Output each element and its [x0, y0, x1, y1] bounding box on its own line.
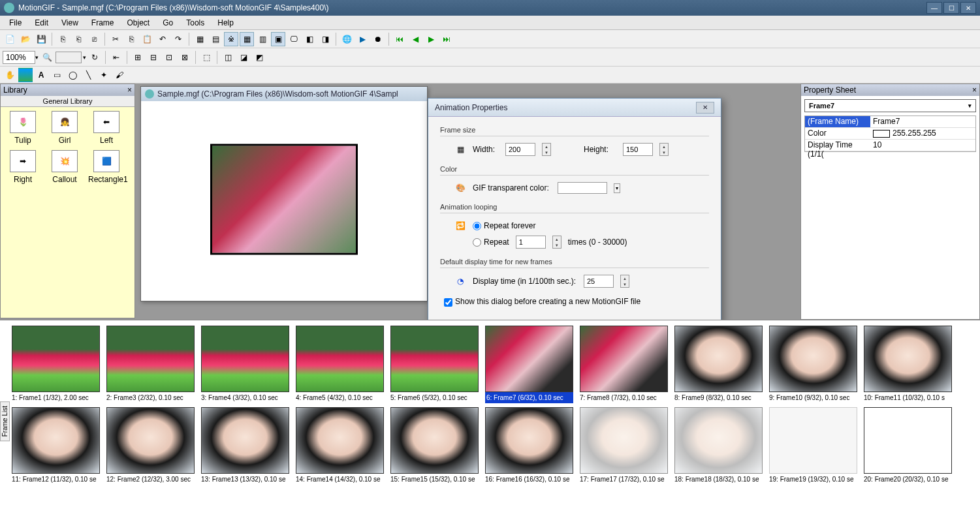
- frame-thumbnail[interactable]: 10: Frame11 (10/32), 0.10 s: [864, 326, 952, 403]
- prev-button[interactable]: ◀: [408, 32, 422, 46]
- align4-button[interactable]: ⊡: [162, 50, 176, 65]
- transparent-color-well[interactable]: [558, 182, 607, 194]
- align3-button[interactable]: ⊟: [146, 50, 161, 65]
- library-tab-general[interactable]: General Library: [1, 96, 134, 107]
- opt1-button[interactable]: ◧: [302, 32, 317, 46]
- save-button[interactable]: 💾: [34, 32, 48, 46]
- grid2-button[interactable]: ▤: [208, 32, 223, 46]
- frame-thumbnail[interactable]: 15: Frame15 (15/32), 0.10 se: [390, 407, 479, 483]
- color-swatch[interactable]: [55, 52, 82, 63]
- property-object-dropdown[interactable]: Frame7: [804, 99, 976, 112]
- close-button[interactable]: ✕: [960, 2, 976, 14]
- group-button[interactable]: ⬚: [199, 50, 213, 65]
- view4-button[interactable]: ▣: [271, 32, 285, 46]
- frame-list-tab[interactable]: Frame List: [0, 401, 10, 441]
- frame-thumbnail[interactable]: 20: Frame20 (20/32), 0.10 se: [864, 407, 952, 483]
- frame-thumbnail[interactable]: 18: Frame18 (18/32), 0.10 se: [674, 407, 763, 483]
- frame-thumbnail[interactable]: 7: Frame8 (7/32), 0.10 sec: [580, 326, 668, 403]
- new-button[interactable]: 📄: [3, 32, 17, 46]
- view3-button[interactable]: ▥: [255, 32, 270, 46]
- hand-tool[interactable]: ✋: [3, 68, 17, 82]
- copy-button[interactable]: ⎘: [124, 32, 138, 46]
- arrange1-button[interactable]: ◫: [221, 50, 235, 65]
- line-tool[interactable]: ╲: [81, 68, 95, 82]
- align2-button[interactable]: ⊞: [131, 50, 145, 65]
- view2-button[interactable]: ▦: [240, 32, 254, 46]
- brush-tool[interactable]: 🖌: [112, 68, 127, 82]
- export2-button[interactable]: ⎚: [87, 32, 101, 46]
- show-dialog-checkbox[interactable]: Show this dialog before creating a new M…: [440, 297, 709, 307]
- zoom-input[interactable]: [3, 51, 35, 64]
- menu-edit[interactable]: Edit: [28, 17, 55, 29]
- frame-thumbnail[interactable]: 4: Frame5 (4/32), 0.10 sec: [296, 326, 384, 403]
- menu-help[interactable]: Help: [211, 17, 240, 29]
- library-item-left[interactable]: ⬅Left: [88, 111, 125, 145]
- image-tool[interactable]: [18, 68, 33, 82]
- dialog-close-button[interactable]: ✕: [696, 102, 714, 114]
- frame-thumbnail[interactable]: 8: Frame9 (8/32), 0.10 sec: [674, 326, 763, 403]
- frame-thumbnail[interactable]: 17: Frame17 (17/32), 0.10 se: [580, 407, 668, 483]
- library-item-callout[interactable]: 💥Callout: [46, 150, 83, 184]
- frame-thumbnail[interactable]: 1: Frame1 (1/32), 2.00 sec: [12, 326, 100, 403]
- menu-view[interactable]: View: [55, 17, 85, 29]
- menu-frame[interactable]: Frame: [85, 17, 121, 29]
- frame-thumbnail[interactable]: 9: Frame10 (9/32), 0.10 sec: [769, 326, 857, 403]
- grid1-button[interactable]: ▦: [193, 32, 207, 46]
- menu-tools[interactable]: Tools: [180, 17, 211, 29]
- minimize-button[interactable]: —: [926, 2, 942, 14]
- display-time-input[interactable]: [584, 275, 614, 288]
- frame-thumbnail[interactable]: 6: Frame7 (6/32), 0.10 sec: [485, 326, 573, 403]
- frame-thumbnail[interactable]: 16: Frame16 (16/32), 0.10 se: [485, 407, 573, 483]
- height-spinner[interactable]: ▲▼: [659, 143, 669, 156]
- menu-file[interactable]: File: [3, 17, 28, 29]
- menu-go[interactable]: Go: [156, 17, 180, 29]
- property-row[interactable]: Display Time (1/1(10: [805, 140, 975, 151]
- frame-thumbnail[interactable]: 12: Frame2 (12/32), 3.00 sec: [106, 407, 195, 483]
- arrange3-button[interactable]: ◩: [252, 50, 266, 65]
- rect-tool[interactable]: ▭: [50, 68, 64, 82]
- import-button[interactable]: ⎘: [55, 32, 70, 46]
- cut-button[interactable]: ✂: [108, 32, 123, 46]
- last-button[interactable]: ⏭: [439, 32, 454, 46]
- first-button[interactable]: ⏮: [392, 32, 407, 46]
- property-row[interactable]: (Frame Name)Frame7: [805, 116, 975, 128]
- property-row[interactable]: Color255.255.255: [805, 128, 975, 140]
- repeat-count-input[interactable]: [516, 236, 546, 249]
- star-tool[interactable]: ✦: [97, 68, 111, 82]
- repeat-forever-radio[interactable]: Repeat forever: [473, 221, 535, 230]
- frame-thumbnail[interactable]: 11: Frame12 (11/32), 0.10 se: [12, 407, 100, 483]
- frame-thumbnail[interactable]: 13: Frame13 (13/32), 0.10 se: [201, 407, 289, 483]
- canvas[interactable]: [210, 144, 358, 255]
- width-spinner[interactable]: ▲▼: [542, 143, 551, 156]
- library-item-rectangle1[interactable]: 🟦Rectangle1: [88, 150, 125, 184]
- repeat-spinner[interactable]: ▲▼: [552, 236, 561, 249]
- property-sheet-close-icon[interactable]: ×: [972, 85, 977, 95]
- frame-thumbnail[interactable]: 19: Frame19 (19/32), 0.10 se: [769, 407, 857, 483]
- play-button[interactable]: ▶: [355, 32, 370, 46]
- opt2-button[interactable]: ◨: [318, 32, 332, 46]
- repeat-radio[interactable]: Repeat: [473, 238, 509, 247]
- align5-button[interactable]: ⊠: [178, 50, 192, 65]
- text-tool[interactable]: A: [34, 68, 48, 82]
- arrange2-button[interactable]: ◪: [236, 50, 251, 65]
- refresh-button[interactable]: ↻: [87, 50, 102, 65]
- frame-thumbnail[interactable]: 14: Frame14 (14/32), 0.10 se: [296, 407, 384, 483]
- library-item-tulip[interactable]: 🌷Tulip: [5, 111, 41, 145]
- library-close-icon[interactable]: ×: [127, 85, 132, 95]
- frame-thumbnail[interactable]: 5: Frame6 (5/32), 0.10 sec: [390, 326, 479, 403]
- height-input[interactable]: [623, 143, 653, 156]
- paste-button[interactable]: 📋: [140, 32, 154, 46]
- stop-button[interactable]: ⏺: [371, 32, 385, 46]
- color-dropdown-icon[interactable]: ▾: [614, 183, 620, 193]
- preview-button[interactable]: 🖵: [287, 32, 301, 46]
- export-button[interactable]: ⎗: [71, 32, 86, 46]
- zoom-fit-button[interactable]: 🔍: [40, 50, 54, 65]
- width-input[interactable]: [505, 143, 535, 156]
- redo-button[interactable]: ↷: [171, 32, 185, 46]
- frame-thumbnail[interactable]: 3: Frame4 (3/32), 0.10 sec: [201, 326, 289, 403]
- next-button[interactable]: ▶: [424, 32, 438, 46]
- menu-object[interactable]: Object: [121, 17, 157, 29]
- align1-button[interactable]: ⇤: [109, 50, 123, 65]
- open-button[interactable]: 📂: [18, 32, 33, 46]
- display-time-spinner[interactable]: ▲▼: [620, 275, 629, 288]
